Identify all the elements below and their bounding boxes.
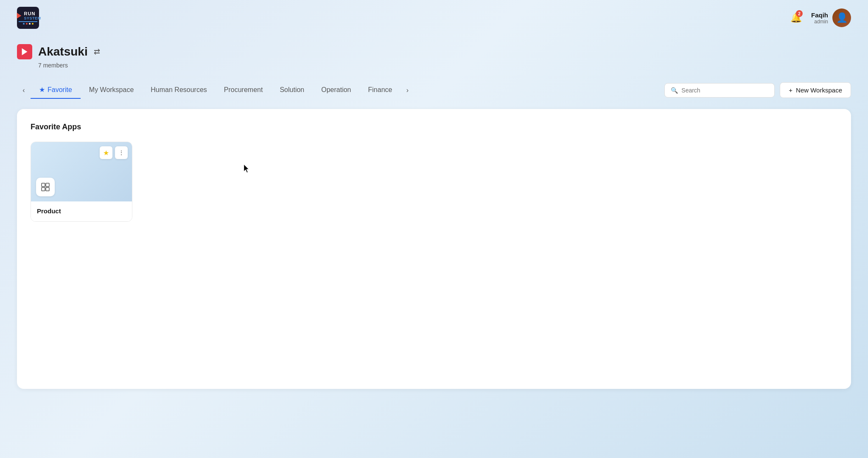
star-button[interactable]: ★ <box>100 146 112 159</box>
apps-grid: ★ ⋮ Product <box>31 142 837 222</box>
logo-dot <box>26 23 28 25</box>
ellipsis-icon: ⋮ <box>118 149 124 156</box>
plus-icon: + <box>789 87 792 94</box>
svg-rect-2 <box>42 183 45 187</box>
svg-marker-0 <box>17 13 21 19</box>
user-role: admin <box>811 19 828 25</box>
workspace-switch-icon[interactable]: ⇄ <box>94 47 100 56</box>
logo-run-text: RUN <box>24 11 41 16</box>
tab-favorite[interactable]: ★ Favorite <box>31 81 81 99</box>
notification-bell[interactable]: 🔔 2 <box>787 9 804 26</box>
tab-solution-label: Solution <box>280 86 304 94</box>
logo-area[interactable]: RUN SYSTEM <box>17 7 39 29</box>
search-icon: 🔍 <box>671 87 678 94</box>
tab-finance-label: Finance <box>368 86 392 94</box>
notification-badge: 2 <box>796 10 803 17</box>
tab-procurement[interactable]: Procurement <box>216 82 272 99</box>
app-card-product[interactable]: ★ ⋮ Product <box>31 142 132 222</box>
star-filled-icon: ★ <box>103 149 109 157</box>
app-icon-box <box>36 178 55 196</box>
run-logo-icon <box>15 12 23 20</box>
main-content: Favorite Apps ★ ⋮ <box>17 109 851 389</box>
workspace-section: Akatsuki ⇄ 7 members <box>0 36 868 69</box>
more-options-button[interactable]: ⋮ <box>115 146 128 159</box>
tab-human-resources-label: Human Resources <box>151 86 207 94</box>
svg-marker-1 <box>22 48 28 56</box>
search-input[interactable] <box>681 87 768 94</box>
new-workspace-label: New Workspace <box>796 87 842 94</box>
nav-tabs-left: ‹ ★ Favorite My Workspace Human Resource… <box>17 81 664 99</box>
svg-rect-3 <box>46 183 49 187</box>
tab-procurement-label: Procurement <box>224 86 263 94</box>
section-title: Favorite Apps <box>31 123 837 131</box>
tab-finance[interactable]: Finance <box>360 82 401 99</box>
user-name: Faqih <box>811 11 828 19</box>
tab-favorite-label: Favorite <box>48 86 72 94</box>
tab-human-resources[interactable]: Human Resources <box>142 82 216 99</box>
workspace-header: Akatsuki ⇄ <box>17 44 851 59</box>
tab-operation-label: Operation <box>321 86 351 94</box>
tab-my-workspace[interactable]: My Workspace <box>81 82 143 99</box>
header-right: 🔔 2 Faqih admin 👤 <box>787 8 851 27</box>
logo-system-text: SYSTEM <box>24 16 41 20</box>
star-icon: ★ <box>39 86 45 94</box>
tab-my-workspace-label: My Workspace <box>89 86 134 94</box>
user-info[interactable]: Faqih admin 👤 <box>811 8 851 27</box>
logo-dot <box>32 23 34 25</box>
tab-operation[interactable]: Operation <box>313 82 359 99</box>
logo-divider <box>19 21 37 22</box>
workspace-title: Akatsuki <box>38 45 88 59</box>
svg-rect-4 <box>42 187 45 191</box>
logo-dot <box>29 23 31 25</box>
tab-solution[interactable]: Solution <box>271 82 313 99</box>
workspace-logo-icon <box>20 47 29 56</box>
workspace-icon <box>17 44 32 59</box>
app-card-header: ★ ⋮ <box>31 142 132 201</box>
nav-next-arrow[interactable]: › <box>400 84 414 97</box>
nav-prev-arrow[interactable]: ‹ <box>17 84 31 97</box>
app-card-name: Product <box>37 207 126 215</box>
search-box[interactable]: 🔍 <box>664 83 775 98</box>
nav-tabs-right: 🔍 + New Workspace <box>664 82 851 98</box>
logo-box: RUN SYSTEM <box>17 7 39 29</box>
app-card-body: Product <box>31 201 132 221</box>
user-text: Faqih admin <box>811 11 828 25</box>
app-card-actions: ★ ⋮ <box>100 146 128 159</box>
logo-dot <box>23 23 25 25</box>
nav-tabs: ‹ ★ Favorite My Workspace Human Resource… <box>0 69 868 99</box>
svg-rect-5 <box>46 187 49 191</box>
workspace-members: 7 members <box>38 62 851 69</box>
avatar: 👤 <box>832 8 851 27</box>
product-icon <box>40 182 50 192</box>
header: RUN SYSTEM 🔔 2 Faqih admin 👤 <box>0 0 868 36</box>
new-workspace-button[interactable]: + New Workspace <box>780 82 851 98</box>
